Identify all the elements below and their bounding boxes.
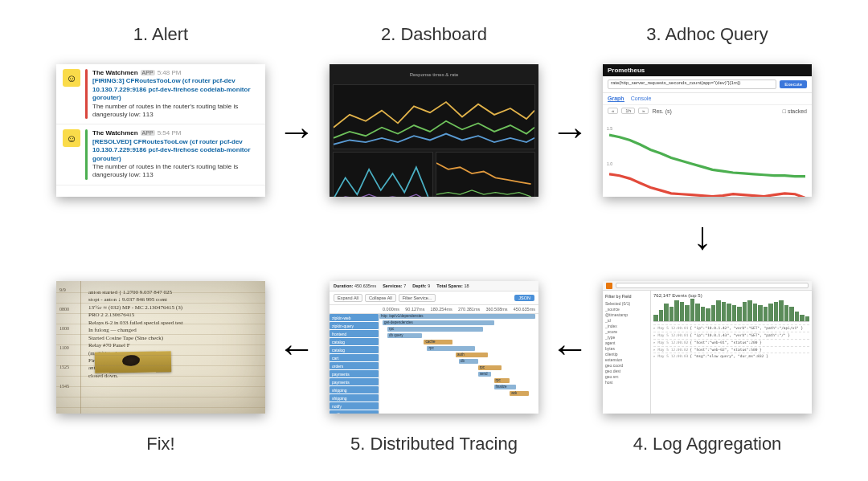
trace-service-label[interactable]: notify <box>330 402 379 410</box>
stacked-toggle[interactable]: □ stacked <box>783 108 807 114</box>
axis-tick: 0.000ms <box>383 307 399 312</box>
alert-status-bar <box>85 129 88 179</box>
trace-span[interactable]: rpc <box>387 327 483 332</box>
trace-span[interactable]: db <box>459 359 478 364</box>
histogram-bar <box>805 316 810 321</box>
trace-span[interactable]: rpc <box>494 378 510 383</box>
trace-service-label[interactable]: catalog <box>330 346 379 353</box>
stage-title-adhoc: 3. Adhoc Query <box>603 24 812 45</box>
log-entry[interactable]: ▸ May 5 12:00:02{ "host":"web-01", "stat… <box>653 339 809 346</box>
histogram-bar <box>669 307 674 321</box>
trace-service-list: zipkin-webzipkin-queryfrontendcatalogcat… <box>330 314 379 414</box>
alert-title-link[interactable]: [FIRING:3] CFRoutesTooLow (cf router pcf… <box>92 77 259 102</box>
histogram-bar <box>795 312 800 321</box>
trace-span[interactable]: auth <box>456 353 488 357</box>
dashboard-chart <box>333 84 535 149</box>
json-button[interactable]: JSON <box>514 295 534 301</box>
log-entry[interactable]: ▸ May 5 12:00:01{ "ip":"10.0.1.42", "ver… <box>653 324 809 332</box>
histogram-bar <box>800 315 805 321</box>
field-filter-item[interactable]: host <box>605 380 648 385</box>
histogram-bar <box>664 304 669 321</box>
trace-span[interactable]: cache <box>424 340 452 344</box>
nav-right-button[interactable]: » <box>638 108 649 114</box>
trace-service-label[interactable]: catalog <box>330 338 379 345</box>
trace-span[interactable]: ack <box>510 391 529 396</box>
histogram-bar <box>774 302 779 321</box>
field-filter-item[interactable]: bytes <box>605 346 648 352</box>
query-input[interactable]: rate(http_server_requests_seconds_count{… <box>608 79 776 89</box>
alert-username: The Watchmen <box>92 129 138 137</box>
log-entry[interactable]: ▸ May 5 12:00:01{ "ip":"10.0.1.43", "ver… <box>653 332 809 339</box>
trace-service-label[interactable]: orders <box>330 362 379 369</box>
field-filter-item[interactable]: _source <box>605 307 648 312</box>
alert-message: ☺The WatchmenAPP5:48 PM[FIRING:3] CFRout… <box>56 64 265 124</box>
field-filter-item[interactable]: extension <box>605 357 648 363</box>
tab-console[interactable]: Console <box>631 96 652 102</box>
axis-tick: 90.127ms <box>405 307 424 312</box>
axis-tick: 450.635ms <box>514 307 535 312</box>
logbook-time-label: 0800 <box>59 307 69 312</box>
trace-span[interactable]: get-dependencies <box>383 320 494 325</box>
logs-side-count: Selected (0/1) <box>605 300 648 306</box>
histogram-bar <box>653 315 658 321</box>
trace-span[interactable]: finalize <box>494 385 517 389</box>
trace-span[interactable]: rpc <box>478 365 502 370</box>
resolution-label: Res. (s) <box>652 108 672 114</box>
logs-search-input[interactable] <box>616 283 809 288</box>
stage-title-fix: Fix! <box>56 434 265 455</box>
logs-sidebar: Filter by Field Selected (0/1) _source@t… <box>603 291 651 414</box>
field-filter-item[interactable]: geo.src <box>605 374 648 380</box>
logs-entries: ▸ May 5 12:00:01{ "ip":"10.0.1.42", "ver… <box>653 324 809 411</box>
trace-span[interactable]: rpc <box>427 346 474 351</box>
field-filter-item[interactable]: _index <box>605 324 648 329</box>
watchmen-avatar-icon: ☺ <box>63 129 80 147</box>
field-filter-item[interactable]: geo.coord <box>605 363 648 369</box>
ytick: 1.5 <box>607 126 612 131</box>
watchmen-avatar-icon: ☺ <box>63 69 80 87</box>
trace-service-label[interactable]: notify <box>330 410 379 414</box>
trace-service-label[interactable]: zipkin-query <box>330 322 379 329</box>
field-filter-item[interactable]: agent <box>605 340 648 346</box>
histogram-bar <box>789 307 794 321</box>
histogram-bar <box>674 300 679 321</box>
trace-service-label[interactable]: shipping <box>330 394 379 402</box>
trace-service-label[interactable]: shipping <box>330 386 379 393</box>
field-filter-item[interactable]: clientip <box>605 352 648 357</box>
filter-service-input[interactable]: Filter Service... <box>399 294 436 302</box>
histogram-bar <box>743 302 747 321</box>
logbook-line: Started Cosine Tape (Sine check) <box>88 335 256 342</box>
alert-title-link[interactable]: [RESOLVED] CFRoutesTooLow (cf router pcf… <box>92 138 259 163</box>
trace-service-label[interactable]: zipkin-web <box>330 314 379 321</box>
alert-body-text: The number of routes in the router's rou… <box>92 103 259 120</box>
histogram-bar <box>737 307 742 321</box>
collapse-all-button[interactable]: Collapse All <box>365 294 396 302</box>
field-filter-item[interactable]: _type <box>605 335 648 340</box>
trace-service-label[interactable]: payments <box>330 378 379 385</box>
histogram-bar <box>701 307 706 321</box>
field-filter-item[interactable]: geo.dest <box>605 369 648 374</box>
alert-status-bar <box>85 69 88 119</box>
tab-graph[interactable]: Graph <box>608 96 624 102</box>
field-filter-item[interactable]: @timestamp <box>605 312 648 318</box>
trace-service-label[interactable]: frontend <box>330 330 379 337</box>
log-entry[interactable]: ▸ May 5 12:00:02{ "host":"web-02", "stat… <box>653 346 809 353</box>
field-filter-item[interactable]: _score <box>605 329 648 335</box>
execute-button[interactable]: Execute <box>780 80 807 88</box>
trace-service-label[interactable]: cart <box>330 354 379 361</box>
log-entry[interactable]: ▸ May 5 12:00:03{ "msg":"slow query", "d… <box>653 353 809 360</box>
nav-left-button[interactable]: « <box>608 108 618 114</box>
trace-meta: Duration: 450.635ms Services: 7 Depth: 9… <box>330 281 538 291</box>
logs-panel: Filter by Field Selected (0/1) _source@t… <box>603 281 812 414</box>
range-input[interactable]: 1h <box>621 108 635 114</box>
trace-span[interactable]: http: /api/v1/dependencies <box>379 314 535 319</box>
app-badge: APP <box>141 70 155 75</box>
dashboard-chart <box>333 152 433 197</box>
alert-username: The Watchmen <box>92 69 138 76</box>
trace-span[interactable]: db query <box>387 333 423 338</box>
field-filter-item[interactable]: _id <box>605 318 648 324</box>
histogram-bar <box>685 305 690 321</box>
trace-service-label[interactable]: payments <box>330 370 379 377</box>
trace-span[interactable]: send <box>478 372 491 377</box>
adhoc-chart: 1.5 1.0 0.5 0 <box>609 116 805 197</box>
expand-all-button[interactable]: Expand All <box>334 294 362 302</box>
